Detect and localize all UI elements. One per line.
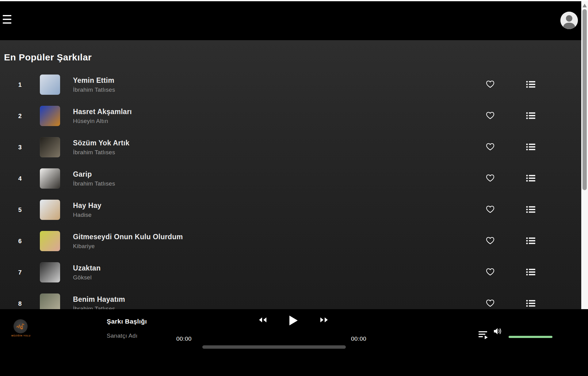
song-row[interactable]: 5 Hay Hay Hadise [0, 200, 581, 220]
total-time: 00:00 [351, 336, 366, 342]
queue-button[interactable] [478, 331, 488, 341]
song-row[interactable]: 4 Garip İbrahim Tatlıses [0, 168, 581, 189]
hamburger-icon[interactable] [3, 15, 11, 24]
heart-icon [486, 143, 494, 151]
player-song-title: Şarkı Başlığı [107, 318, 147, 325]
options-button[interactable] [526, 80, 536, 89]
page-title: En Popüler Şarkılar [4, 52, 92, 63]
player-artist-name: Sanatçı Adı [107, 332, 137, 339]
like-button[interactable] [486, 268, 495, 277]
volume-slider[interactable] [509, 336, 552, 338]
album-art[interactable] [40, 168, 60, 189]
song-meta: Hasret Akşamları Hüseyin Altın [73, 108, 132, 125]
album-art[interactable] [40, 262, 60, 282]
volume-button[interactable] [494, 328, 503, 336]
rewind-icon [259, 317, 267, 323]
song-row[interactable]: 3 Sözüm Yok Artık İbrahim Tatlıses [0, 137, 581, 157]
song-meta: Gitmeseydi Onun Kulu Olurdum Kibariye [73, 233, 183, 250]
like-button[interactable] [486, 299, 495, 308]
scrollbar-thumb[interactable] [582, 9, 587, 190]
player-logo: MÜZİĞİN YOLU [11, 319, 30, 337]
options-button[interactable] [526, 268, 536, 277]
heart-icon [486, 237, 494, 245]
list-icon [526, 174, 535, 182]
song-row[interactable]: 7 Uzaktan Göksel [0, 262, 581, 282]
user-avatar-icon [560, 12, 578, 29]
song-title: Garip [73, 170, 115, 178]
options-button[interactable] [526, 299, 536, 308]
song-artist: Göksel [73, 274, 101, 281]
options-button[interactable] [526, 143, 536, 152]
volume-speaker-icon [494, 328, 503, 335]
fast-forward-icon [320, 317, 328, 323]
logo-text: MÜZİĞİN YOLU [11, 335, 30, 337]
fast-forward-button[interactable] [320, 317, 328, 324]
list-icon [526, 205, 535, 213]
song-artist: Kibariye [73, 243, 183, 250]
play-icon [289, 315, 298, 326]
song-number: 3 [0, 144, 40, 151]
like-button[interactable] [486, 236, 495, 246]
song-artist: İbrahim Tatlıses [73, 180, 115, 187]
heart-icon [486, 299, 494, 307]
album-art[interactable] [40, 231, 60, 251]
heart-icon [486, 205, 494, 213]
current-time: 00:00 [176, 336, 192, 342]
list-icon [526, 299, 535, 307]
like-button[interactable] [486, 80, 495, 89]
song-artist: Hadise [73, 212, 101, 218]
song-meta: Hay Hay Hadise [73, 201, 101, 218]
user-avatar[interactable] [560, 12, 578, 29]
heart-icon [486, 174, 494, 182]
song-meta: Garip İbrahim Tatlıses [73, 170, 115, 187]
song-number: 1 [0, 81, 40, 88]
song-number: 8 [0, 300, 40, 307]
heart-icon [486, 112, 494, 120]
song-number: 6 [0, 238, 40, 245]
scrollbar[interactable] [581, 1, 588, 309]
song-row[interactable]: 2 Hasret Akşamları Hüseyin Altın [0, 106, 581, 126]
list-icon [526, 268, 535, 276]
song-number: 2 [0, 113, 40, 120]
song-list: 1 Yemin Ettim İbrahim Tatlıses 2 Ha [0, 75, 581, 309]
song-row[interactable]: 8 Benim Hayatım İbrahim Tatlıses [0, 294, 581, 309]
album-art[interactable] [40, 106, 60, 126]
list-icon [526, 237, 535, 245]
options-button[interactable] [526, 111, 536, 121]
like-button[interactable] [486, 111, 495, 121]
like-button[interactable] [486, 143, 495, 152]
album-art[interactable] [40, 137, 60, 157]
progress-bar[interactable] [202, 345, 346, 349]
song-title: Uzaktan [73, 264, 101, 272]
album-art[interactable] [40, 75, 60, 95]
heart-icon [486, 268, 494, 276]
song-title: Sözüm Yok Artık [73, 139, 129, 147]
song-number: 4 [0, 175, 40, 182]
song-number: 7 [0, 269, 40, 276]
song-artist: Hüseyin Altın [73, 118, 132, 125]
album-art[interactable] [40, 294, 60, 309]
list-icon [526, 112, 535, 120]
song-title: Hasret Akşamları [73, 108, 132, 116]
song-meta: Benim Hayatım İbrahim Tatlıses [73, 295, 125, 309]
song-artist: İbrahim Tatlıses [73, 86, 115, 93]
play-button[interactable] [289, 315, 298, 327]
song-row[interactable]: 1 Yemin Ettim İbrahim Tatlıses [0, 75, 581, 95]
rewind-button[interactable] [259, 317, 267, 324]
logo-circle [13, 319, 28, 333]
player-bar: MÜZİĞİN YOLU Şarkı Başlığı Sanatçı Adı 0… [0, 309, 588, 376]
album-art[interactable] [40, 200, 60, 220]
song-meta: Uzaktan Göksel [73, 264, 101, 281]
options-button[interactable] [526, 174, 536, 183]
volume-fill [509, 336, 552, 338]
scrollbar-up-arrow-icon[interactable] [582, 4, 587, 7]
logo-music-note-icon [16, 322, 25, 331]
playlist-queue-icon [478, 331, 488, 340]
options-button[interactable] [526, 236, 536, 246]
song-row[interactable]: 6 Gitmeseydi Onun Kulu Olurdum Kibariye [0, 231, 581, 251]
list-icon [526, 143, 535, 151]
song-title: Yemin Ettim [73, 76, 115, 85]
like-button[interactable] [486, 205, 495, 214]
like-button[interactable] [486, 174, 495, 183]
options-button[interactable] [526, 205, 536, 214]
